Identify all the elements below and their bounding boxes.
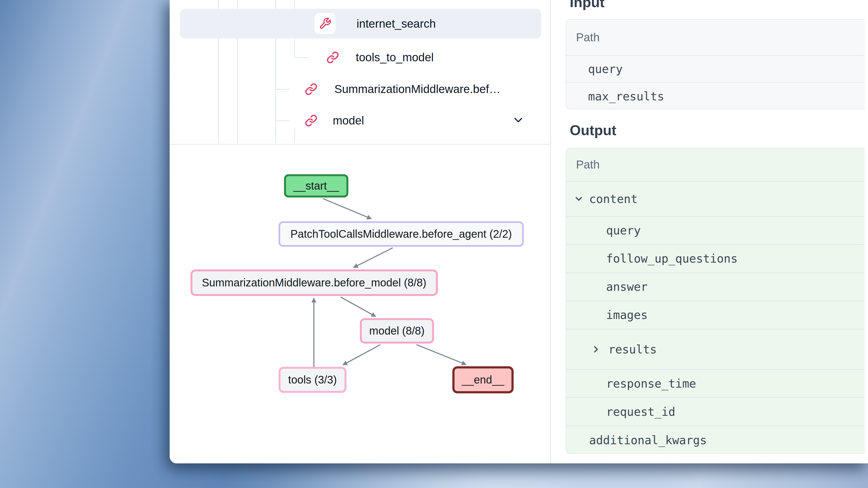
- path-row[interactable]: query: [566, 56, 865, 83]
- graph-node-end[interactable]: __end__: [452, 366, 514, 393]
- path-column-header: Path: [566, 31, 599, 44]
- link-icon: [326, 51, 339, 64]
- chevron-down-icon[interactable]: [574, 194, 584, 204]
- wrench-icon: [319, 17, 331, 30]
- graph-node-start[interactable]: __start__: [284, 174, 348, 197]
- chevron-down-icon[interactable]: [512, 113, 525, 128]
- graph-node-summarization[interactable]: SummarizationMiddleware.before_model (8/…: [190, 269, 438, 296]
- path-row[interactable]: max_results: [566, 83, 865, 109]
- path-row[interactable]: answer: [566, 273, 865, 301]
- path-row-content[interactable]: content: [566, 182, 865, 217]
- graph-node-patchtoolcalls[interactable]: PatchToolCallsMiddleware.before_agent (2…: [279, 221, 524, 247]
- input-path-table: Path query max_results: [566, 19, 865, 109]
- left-pane: internet_search tools_to_model: [170, 0, 550, 463]
- input-section-heading: Input: [570, 0, 604, 10]
- table-header-row: Path: [566, 20, 865, 56]
- path-row[interactable]: images: [566, 301, 865, 329]
- graph-canvas: __start__ PatchToolCallsMiddleware.befor…: [170, 145, 550, 463]
- path-row-results[interactable]: results: [566, 329, 865, 370]
- tree-item-model[interactable]: model: [170, 106, 550, 135]
- link-icon: [305, 83, 318, 96]
- link-icon: [305, 114, 318, 127]
- tree-item-label: model: [333, 114, 364, 127]
- tree-item-internet-search[interactable]: internet_search: [180, 9, 541, 39]
- tree-item-label: tools_to_model: [356, 51, 434, 64]
- path-column-header: Path: [566, 158, 599, 171]
- output-path-table: Path content query follow_up_questions a…: [566, 148, 865, 454]
- tree-item-label: SummarizationMiddleware.bef…: [334, 83, 500, 96]
- graph-edges: [170, 145, 550, 463]
- tree-item-summarization-middleware[interactable]: SummarizationMiddleware.bef…: [170, 74, 550, 104]
- graph-node-model[interactable]: model (8/8): [360, 318, 434, 344]
- trace-tree-panel: internet_search tools_to_model: [170, 0, 550, 145]
- tool-icon-chip: [315, 13, 336, 34]
- path-row[interactable]: follow_up_questions: [566, 245, 865, 273]
- inspector-pane: Input Path query max_results Output Path…: [551, 0, 868, 463]
- path-row[interactable]: request_id: [566, 398, 865, 426]
- tree-item-label: internet_search: [356, 17, 436, 30]
- path-row[interactable]: response_time: [566, 370, 865, 398]
- table-header-row: Path: [566, 148, 865, 182]
- graph-node-tools[interactable]: tools (3/3): [279, 367, 346, 393]
- path-row[interactable]: additional_kwargs: [566, 426, 865, 454]
- output-section-heading: Output: [570, 122, 616, 138]
- tree-item-tools-to-model[interactable]: tools_to_model: [170, 43, 550, 72]
- chevron-right-icon[interactable]: [591, 344, 601, 355]
- path-row[interactable]: query: [566, 217, 865, 245]
- app-window: internet_search tools_to_model: [170, 0, 868, 463]
